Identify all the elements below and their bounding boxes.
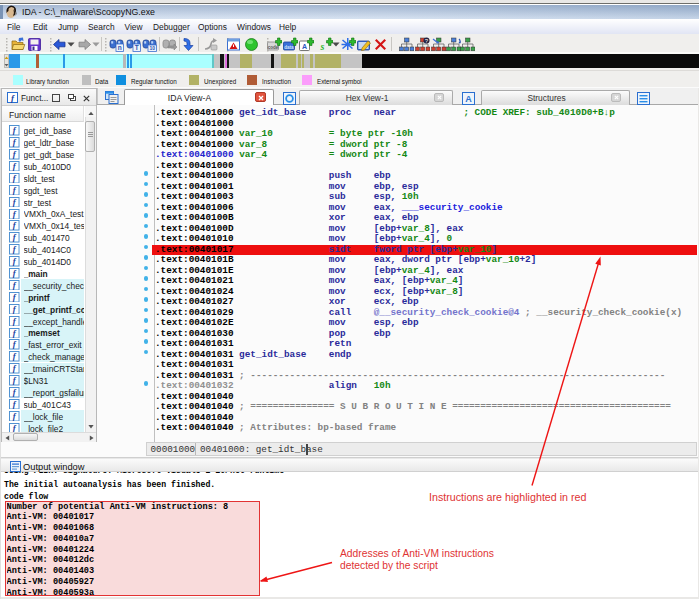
svg-text:A: A [465,94,472,104]
svg-text:A: A [302,42,307,49]
svg-text:code: code [268,44,279,49]
svg-text:data: data [284,44,294,49]
svg-text:T: T [134,44,138,51]
svg-text:10: 10 [149,45,155,51]
svg-text:s: s [319,41,324,52]
svg-text:n: n [117,44,121,51]
